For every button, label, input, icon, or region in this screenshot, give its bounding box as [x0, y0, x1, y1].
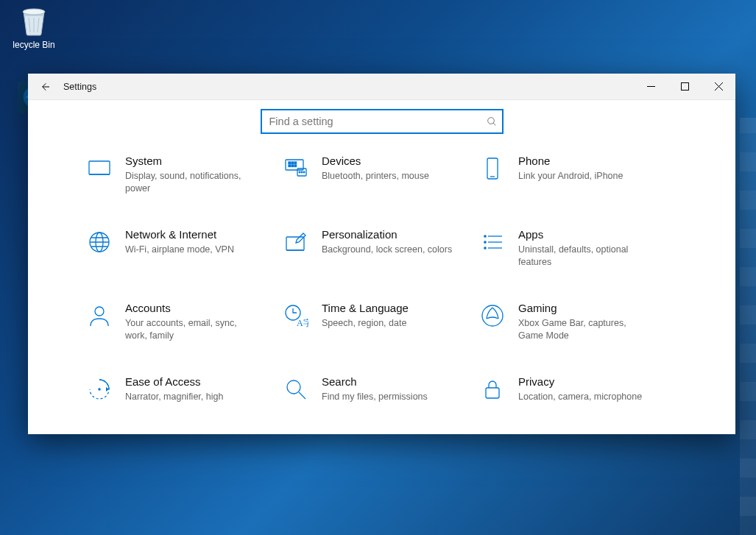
category-desc: Find my files, permissions — [322, 391, 428, 403]
category-desc: Display, sound, notifications, power — [125, 170, 258, 195]
category-desc: Bluetooth, printers, mouse — [322, 170, 429, 183]
svg-point-16 — [299, 171, 300, 173]
minimize-button[interactable] — [634, 74, 668, 100]
maximize-icon — [681, 82, 689, 91]
recycle-bin-label: lecycle Bin — [6, 40, 62, 50]
accounts-icon — [87, 303, 112, 328]
devices-icon — [283, 156, 308, 181]
category-desc: Uninstall, defaults, optional features — [518, 244, 651, 269]
category-title: System — [125, 155, 258, 169]
category-desc: Wi-Fi, airplane mode, VPN — [125, 244, 234, 256]
category-system[interactable]: System Display, sound, notifications, po… — [87, 155, 283, 199]
category-title: Devices — [322, 155, 429, 169]
privacy-icon — [480, 377, 505, 402]
svg-point-26 — [484, 247, 486, 249]
category-search[interactable]: Search Find my files, permissions — [283, 375, 480, 419]
svg-point-32 — [98, 388, 101, 391]
svg-text:A字: A字 — [297, 318, 308, 328]
system-icon — [87, 156, 112, 181]
category-title: Network & Internet — [125, 228, 234, 242]
settings-window: Settings — [28, 74, 735, 434]
category-gaming[interactable]: Gaming Xbox Game Bar, captures, Game Mod… — [480, 302, 676, 346]
svg-rect-10 — [292, 162, 294, 164]
category-desc: Your accounts, email, sync, work, family — [125, 317, 258, 342]
back-button[interactable] — [28, 74, 62, 100]
time-language-icon: A字 — [283, 303, 308, 328]
svg-point-30 — [482, 305, 503, 326]
search-category-icon — [283, 377, 308, 402]
svg-point-33 — [287, 380, 300, 394]
svg-rect-12 — [289, 165, 291, 167]
category-desc: Background, lock screen, colors — [322, 244, 452, 256]
apps-icon — [480, 230, 505, 255]
categories-grid: System Display, sound, notifications, po… — [28, 155, 735, 419]
svg-point-25 — [484, 241, 486, 243]
svg-rect-5 — [681, 83, 688, 91]
svg-point-17 — [301, 171, 303, 173]
svg-rect-13 — [292, 165, 294, 167]
category-title: Personalization — [322, 228, 452, 242]
gaming-icon — [480, 303, 505, 328]
globe-icon — [87, 230, 112, 255]
search-icon — [486, 116, 498, 127]
category-network[interactable]: Network & Internet Wi-Fi, airplane mode,… — [87, 228, 283, 272]
category-title: Phone — [518, 155, 623, 169]
category-desc: Narrator, magnifier, high — [125, 391, 223, 403]
minimize-icon — [647, 82, 655, 91]
category-phone[interactable]: Phone Link your Android, iPhone — [480, 155, 676, 199]
category-title: Search — [322, 375, 428, 389]
category-desc: Link your Android, iPhone — [518, 170, 623, 183]
desktop-right-edge — [740, 118, 756, 535]
category-title: Accounts — [125, 302, 258, 316]
category-privacy[interactable]: Privacy Location, camera, microphone — [480, 375, 676, 419]
category-apps[interactable]: Apps Uninstall, defaults, optional featu… — [480, 228, 676, 272]
category-title: Apps — [518, 228, 651, 242]
maximize-button[interactable] — [668, 74, 702, 100]
category-devices[interactable]: Devices Bluetooth, printers, mouse — [283, 155, 480, 199]
ease-of-access-icon — [87, 377, 112, 402]
recycle-bin-icon — [18, 4, 50, 37]
window-body: System Display, sound, notifications, po… — [28, 100, 735, 434]
category-title: Privacy — [518, 375, 642, 389]
svg-rect-7 — [89, 161, 110, 174]
svg-point-0 — [23, 9, 45, 15]
svg-rect-14 — [294, 165, 297, 167]
back-arrow-icon — [39, 81, 51, 93]
svg-rect-9 — [289, 162, 291, 164]
personalization-icon — [283, 230, 308, 255]
svg-rect-19 — [487, 158, 498, 179]
svg-point-27 — [95, 307, 104, 316]
category-title: Ease of Access — [125, 375, 223, 389]
category-title: Time & Language — [322, 302, 409, 316]
category-desc: Xbox Game Bar, captures, Game Mode — [518, 317, 651, 342]
svg-rect-11 — [294, 162, 297, 164]
titlebar: Settings — [28, 74, 735, 100]
close-icon — [715, 82, 723, 91]
phone-icon — [480, 156, 505, 181]
search-box[interactable] — [261, 109, 504, 134]
category-time-language[interactable]: A字 Time & Language Speech, region, date — [283, 302, 480, 346]
category-title: Gaming — [518, 302, 651, 316]
category-personalization[interactable]: Personalization Background, lock screen,… — [283, 228, 480, 272]
desktop-icon-recycle-bin[interactable]: lecycle Bin — [6, 4, 62, 50]
close-button[interactable] — [702, 74, 735, 100]
svg-rect-34 — [486, 388, 499, 398]
category-desc: Location, camera, microphone — [518, 391, 642, 403]
window-title: Settings — [63, 82, 96, 92]
category-desc: Speech, region, date — [322, 317, 409, 330]
category-accounts[interactable]: Accounts Your accounts, email, sync, wor… — [87, 302, 283, 346]
category-ease-of-access[interactable]: Ease of Access Narrator, magnifier, high — [87, 375, 283, 419]
svg-point-24 — [484, 235, 486, 237]
search-input[interactable] — [269, 116, 486, 127]
window-controls — [634, 74, 735, 100]
svg-point-18 — [303, 171, 305, 173]
